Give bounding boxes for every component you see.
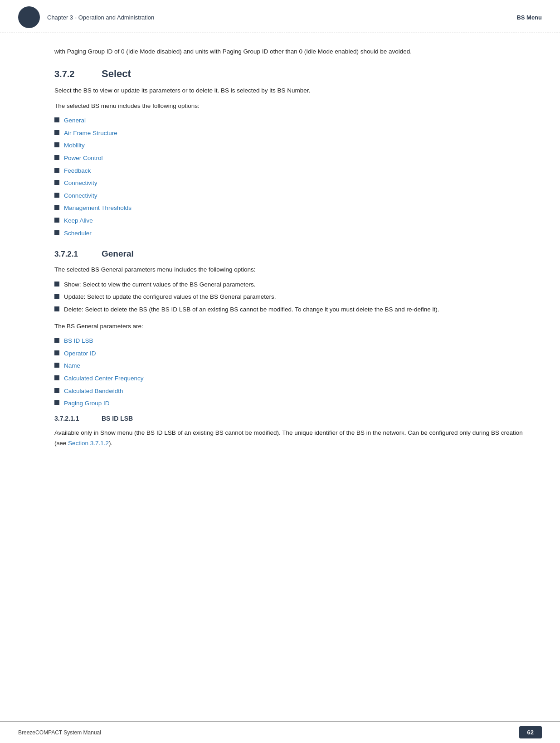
power-control-link[interactable]: Power Control	[64, 153, 103, 163]
list-item: Power Control	[54, 153, 533, 163]
bullet-icon	[54, 117, 59, 122]
general-link[interactable]: General	[64, 116, 86, 126]
section-372-body1: Select the BS to view or update its para…	[54, 85, 533, 96]
page-footer: BreezeCOMPACT System Manual 62	[0, 721, 560, 743]
bullet-icon	[54, 230, 59, 235]
list-item: Name	[54, 361, 533, 371]
section-37211-heading: 3.7.2.1.1 BS ID LSB	[54, 415, 533, 422]
bullet-icon	[54, 363, 59, 368]
bullet-icon	[54, 180, 59, 185]
main-content: with Paging Group ID of 0 (Idle Mode dis…	[0, 33, 560, 481]
section-3721-body1: The selected BS General parameters menu …	[54, 264, 533, 275]
section-37211-title: BS ID LSB	[102, 415, 133, 422]
list-item: Keep Alive	[54, 216, 533, 226]
list-item: Delete: Select to delete the BS (the BS …	[54, 305, 533, 315]
bullet-icon	[54, 193, 59, 198]
chapter-icon	[18, 6, 40, 28]
scheduler-link[interactable]: Scheduler	[64, 228, 92, 238]
list-item: Connectivity	[54, 191, 533, 201]
calculated-bandwidth-link[interactable]: Calculated Bandwidth	[64, 386, 123, 396]
bullet-icon	[54, 130, 59, 135]
list-item: BS ID LSB	[54, 336, 533, 346]
feedback-link[interactable]: Feedback	[64, 166, 91, 176]
section-372-list: General Air Frame Structure Mobility Pow…	[54, 116, 533, 238]
list-item: Update: Select to update the configured …	[54, 292, 533, 302]
operator-id-link[interactable]: Operator ID	[64, 349, 96, 359]
section-37211-body-text: Available only in Show menu (the BS ID L…	[54, 429, 523, 447]
bullet-icon	[54, 400, 59, 405]
section-3721-title: General	[102, 249, 134, 259]
section-37211-body: Available only in Show menu (the BS ID L…	[54, 427, 533, 449]
section-3712-link[interactable]: Section 3.7.1.2	[68, 440, 109, 447]
section-372-heading: 3.7.2 Select	[54, 68, 533, 80]
section-3721-heading: 3.7.2.1 General	[54, 249, 533, 259]
bullet-icon	[54, 338, 59, 343]
section-372-number: 3.7.2	[54, 69, 91, 79]
bs-id-lsb-link[interactable]: BS ID LSB	[64, 336, 93, 346]
list-item: Calculated Bandwidth	[54, 386, 533, 396]
chapter-label: Chapter 3 - Operation and Administration	[47, 14, 154, 21]
paging-group-id-link[interactable]: Paging Group ID	[64, 398, 110, 408]
bullet-icon	[54, 282, 59, 287]
list-item: Management Thresholds	[54, 203, 533, 213]
list-item: General	[54, 116, 533, 126]
bullet-icon	[54, 218, 59, 223]
list-item: Mobility	[54, 141, 533, 151]
bullet-icon	[54, 205, 59, 210]
list-item: Paging Group ID	[54, 398, 533, 408]
list-item: Calculated Center Frequency	[54, 374, 533, 384]
bullet-icon	[54, 294, 59, 299]
section-372-body2: The selected BS menu includes the follow…	[54, 101, 533, 112]
section-37211-number: 3.7.2.1.1	[54, 415, 91, 422]
management-thresholds-link[interactable]: Management Thresholds	[64, 203, 131, 213]
section-372-title: Select	[102, 68, 131, 80]
name-link[interactable]: Name	[64, 361, 80, 371]
page-header: Chapter 3 - Operation and Administration…	[0, 0, 560, 33]
intro-paragraph: with Paging Group ID of 0 (Idle Mode dis…	[54, 47, 533, 57]
mobility-link[interactable]: Mobility	[64, 141, 85, 151]
bullet-icon	[54, 142, 59, 147]
section-3721-number: 3.7.2.1	[54, 250, 91, 259]
bullet-icon	[54, 375, 59, 380]
update-option: Update: Select to update the configured …	[64, 292, 276, 302]
bullet-icon	[54, 388, 59, 393]
show-option: Show: Select to view the current values …	[64, 280, 255, 290]
list-item: Air Frame Structure	[54, 128, 533, 138]
air-frame-structure-link[interactable]: Air Frame Structure	[64, 128, 117, 138]
bullet-icon	[54, 350, 59, 355]
bullet-icon	[54, 306, 59, 311]
bullet-icon	[54, 155, 59, 160]
calculated-center-frequency-link[interactable]: Calculated Center Frequency	[64, 374, 144, 384]
delete-option: Delete: Select to delete the BS (the BS …	[64, 305, 439, 315]
section-3721-params-list: BS ID LSB Operator ID Name Calculated Ce…	[54, 336, 533, 408]
section-3721-body2: The BS General parameters are:	[54, 321, 533, 332]
connectivity-link-1[interactable]: Connectivity	[64, 178, 97, 188]
list-item: Scheduler	[54, 228, 533, 238]
section-label: BS Menu	[516, 14, 542, 21]
list-item: Show: Select to view the current values …	[54, 280, 533, 290]
keep-alive-link[interactable]: Keep Alive	[64, 216, 93, 226]
section-37211-body-end: ).	[109, 440, 112, 447]
section-3721-options-list: Show: Select to view the current values …	[54, 280, 533, 315]
bullet-icon	[54, 168, 59, 173]
footer-page-number: 62	[519, 726, 542, 738]
connectivity-link-2[interactable]: Connectivity	[64, 191, 97, 201]
list-item: Connectivity	[54, 178, 533, 188]
header-left: Chapter 3 - Operation and Administration	[18, 6, 154, 28]
footer-product-name: BreezeCOMPACT System Manual	[18, 729, 101, 736]
list-item: Feedback	[54, 166, 533, 176]
list-item: Operator ID	[54, 349, 533, 359]
